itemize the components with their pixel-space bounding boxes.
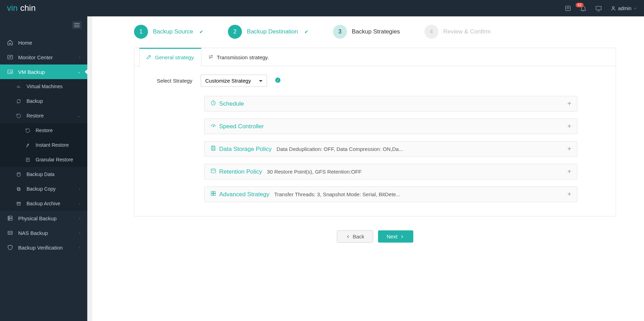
main: 1 Backup Source ✔ 2 Backup Destination ✔… xyxy=(87,16,644,321)
nav-nas-backup[interactable]: NAS NAS Backup ‹ xyxy=(0,226,87,240)
tab-transmission-strategy[interactable]: Transmission strategy. xyxy=(201,48,275,66)
bars-icon xyxy=(15,83,22,90)
tab-general-strategy[interactable]: General strategy. xyxy=(139,48,201,66)
step-backup-strategies[interactable]: 3 Backup Strategies xyxy=(333,25,400,39)
plus-icon: + xyxy=(567,168,571,176)
svg-rect-25 xyxy=(212,146,214,147)
topbar: vinchin 62 admin xyxy=(0,0,644,16)
svg-rect-26 xyxy=(212,149,214,151)
chart-icon xyxy=(7,54,13,60)
acc-schedule[interactable]: Schedule + xyxy=(204,96,577,112)
database-icon xyxy=(15,171,22,177)
chevron-down-icon: ⌄ xyxy=(77,70,80,74)
back-button[interactable]: Back xyxy=(337,230,373,243)
nav-restore[interactable]: Restore ⌄ xyxy=(0,108,87,123)
tabs: General strategy. Transmission strategy. xyxy=(134,48,616,66)
sidebar: Home Monitor Center ‹ VM VM Backup ⌄ Vir… xyxy=(0,16,87,321)
strategy-card: General strategy. Transmission strategy.… xyxy=(134,48,616,216)
nav-vm-backup[interactable]: VM VM Backup ⌄ xyxy=(0,64,87,79)
chevron-icon: ‹ xyxy=(79,231,80,235)
acc-speed-controller[interactable]: Speed Controller + xyxy=(204,119,577,134)
nav-virtual-machines[interactable]: Virtual Machines xyxy=(0,79,87,94)
wizard-steps: 1 Backup Source ✔ 2 Backup Destination ✔… xyxy=(134,25,616,39)
svg-rect-30 xyxy=(211,194,213,196)
nav-granular-restore[interactable]: Granular Restore xyxy=(0,152,87,167)
chevron-icon: ‹ xyxy=(79,187,80,191)
plus-icon: + xyxy=(567,190,571,198)
step-backup-destination[interactable]: 2 Backup Destination ✔ xyxy=(228,25,308,39)
logo: vinchin xyxy=(7,4,63,13)
scroll-track[interactable] xyxy=(87,16,92,321)
acc-retention-policy[interactable]: Retention Policy 30 Restore Point(s), GF… xyxy=(204,164,577,179)
monitor-icon[interactable] xyxy=(595,5,602,12)
home-icon xyxy=(7,39,13,46)
svg-point-4 xyxy=(612,6,614,8)
notes-icon[interactable] xyxy=(564,5,571,12)
swap-icon xyxy=(208,54,214,61)
svg-point-18 xyxy=(9,219,9,220)
select-strategy-dropdown[interactable]: Customize Strategy xyxy=(201,75,267,87)
save-icon xyxy=(210,145,216,153)
check-icon: ✔ xyxy=(304,29,309,35)
info-icon[interactable]: i xyxy=(275,77,281,85)
nav-backup-data[interactable]: Backup Data xyxy=(0,167,87,182)
vm-icon: VM xyxy=(7,69,13,75)
archive-icon xyxy=(15,200,22,207)
svg-point-17 xyxy=(9,217,9,217)
svg-text:chin: chin xyxy=(20,4,36,13)
svg-rect-9 xyxy=(26,158,29,161)
calendar-icon xyxy=(210,168,216,176)
notification-badge: 62 xyxy=(576,3,584,7)
acc-advanced-strategy[interactable]: Advanced Strategy Transfer Threads: 3, S… xyxy=(204,186,577,202)
gauge-icon xyxy=(210,122,216,130)
chevron-down-icon xyxy=(634,7,637,10)
acc-summary: 30 Restore Point(s), GFS Retention:OFF xyxy=(267,169,567,175)
svg-text:VM: VM xyxy=(9,71,12,73)
nav-backup-verification[interactable]: Backup Verification ‹ xyxy=(0,240,87,255)
username: admin xyxy=(618,6,631,11)
nav-instant-restore[interactable]: Instant Restore xyxy=(0,138,87,152)
svg-rect-12 xyxy=(17,188,20,190)
svg-point-10 xyxy=(17,172,20,174)
next-button[interactable]: Next xyxy=(378,230,413,243)
nav-physical-backup[interactable]: Physical Backup ‹ xyxy=(0,211,87,226)
select-strategy-row: Select Strategy Customize Strategy i xyxy=(134,66,616,96)
nav-home[interactable]: Home xyxy=(0,35,87,50)
chevron-icon: ‹ xyxy=(79,216,80,220)
chevron-icon: ‹ xyxy=(79,55,80,59)
nav-backup[interactable]: Backup xyxy=(0,94,87,108)
svg-rect-29 xyxy=(214,191,215,193)
acc-data-storage-policy[interactable]: Data Storage Policy Data Deduplication: … xyxy=(204,141,577,157)
user-menu[interactable]: admin xyxy=(610,6,637,11)
nav-backup-archive[interactable]: Backup Archive ‹ xyxy=(0,196,87,211)
history-icon xyxy=(24,127,31,133)
nav-monitor-center[interactable]: Monitor Center ‹ xyxy=(0,50,87,64)
svg-rect-2 xyxy=(565,6,570,10)
plus-icon: + xyxy=(567,100,571,108)
step-backup-source[interactable]: 1 Backup Source ✔ xyxy=(134,25,203,39)
nav-backup-copy[interactable]: Backup Copy ‹ xyxy=(0,182,87,196)
acc-summary: Data Deduplication: OFF, Data Compressio… xyxy=(276,146,567,152)
rocket-icon xyxy=(24,142,31,148)
chevron-icon: ‹ xyxy=(79,202,80,206)
bell-icon[interactable]: 62 xyxy=(580,5,587,12)
wizard-footer: Back Next xyxy=(134,230,616,245)
clock-icon xyxy=(210,100,216,108)
svg-rect-11 xyxy=(18,188,20,191)
step-review-confirm[interactable]: 4 Review & Confirm xyxy=(424,25,491,39)
acc-summary: Transfer Threads: 3, Snapshot Mode: Seri… xyxy=(274,191,568,197)
pencil-icon xyxy=(146,54,152,61)
select-strategy-label: Select Strategy xyxy=(134,78,201,84)
svg-rect-28 xyxy=(211,191,213,193)
svg-rect-27 xyxy=(211,169,215,173)
plus-icon: + xyxy=(567,122,571,130)
chevron-icon: ‹ xyxy=(79,246,80,250)
svg-point-8 xyxy=(28,144,28,145)
svg-rect-3 xyxy=(596,6,601,10)
server-icon xyxy=(7,215,13,221)
file-icon xyxy=(24,156,31,163)
nav-restore-restore[interactable]: Restore xyxy=(0,123,87,138)
sidebar-toggle[interactable] xyxy=(72,21,82,29)
arrow-left-icon xyxy=(346,234,350,239)
svg-text:vin: vin xyxy=(7,4,18,13)
